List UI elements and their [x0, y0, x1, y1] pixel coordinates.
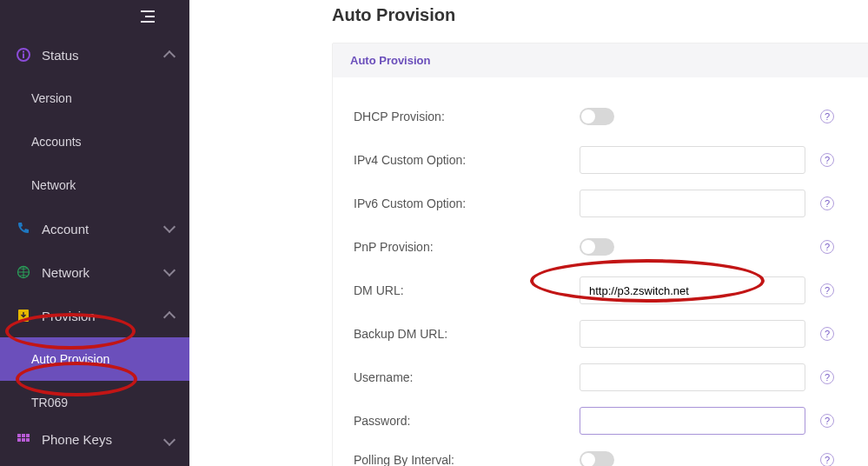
- row-backup-dm-url: Backup DM URL: ?: [354, 312, 858, 356]
- sidebar-item-label: Accounts: [31, 135, 82, 149]
- auto-provision-panel: Auto Provision DHCP Provision: ? IPv4 Cu…: [332, 43, 868, 466]
- page-title: Auto Provision: [332, 5, 859, 25]
- password-input[interactable]: [580, 407, 805, 435]
- polling-by-interval-toggle[interactable]: [580, 451, 614, 466]
- field-label: PnP Provision:: [354, 240, 580, 254]
- sidebar-nav: Status Version Accounts Network Account …: [0, 33, 189, 466]
- sidebar-item-label: Account: [42, 222, 89, 236]
- sidebar-item-status[interactable]: Status: [0, 33, 189, 77]
- row-pnp-provision: PnP Provision: ?: [354, 225, 858, 269]
- sidebar-item-network-sub[interactable]: Network: [0, 163, 189, 207]
- help-icon[interactable]: ?: [820, 370, 834, 384]
- pnp-provision-toggle[interactable]: [580, 238, 614, 256]
- globe-icon: [16, 264, 31, 280]
- svg-rect-9: [22, 438, 25, 442]
- field-label: DHCP Provision:: [354, 110, 580, 123]
- row-password: Password: ?: [354, 399, 858, 443]
- svg-rect-7: [26, 434, 30, 437]
- sidebar-item-account[interactable]: Account: [0, 207, 189, 250]
- panel-header: Auto Provision: [333, 43, 868, 77]
- help-icon[interactable]: ?: [820, 414, 834, 428]
- dm-url-input[interactable]: [580, 276, 805, 304]
- username-input[interactable]: [580, 363, 805, 391]
- chevron-down-icon: [163, 221, 176, 233]
- svg-rect-5: [17, 434, 21, 437]
- field-label: Polling By Interval:: [354, 453, 580, 466]
- main-content: Auto Provision Auto Provision DHCP Provi…: [189, 0, 868, 466]
- ipv4-custom-option-input[interactable]: [580, 146, 805, 174]
- menu-toggle-icon[interactable]: [141, 10, 155, 23]
- svg-rect-8: [17, 438, 21, 442]
- help-icon[interactable]: ?: [820, 196, 834, 210]
- field-label: IPv4 Custom Option:: [354, 153, 580, 167]
- info-icon: [16, 47, 31, 63]
- dhcp-provision-toggle[interactable]: [580, 108, 614, 125]
- sidebar-item-label: Network: [31, 178, 76, 192]
- sidebar: Status Version Accounts Network Account …: [0, 0, 189, 466]
- row-dm-url: DM URL: ?: [354, 269, 858, 312]
- sidebar-item-label: Phone Keys: [42, 432, 112, 447]
- sidebar-item-network[interactable]: Network: [0, 250, 189, 294]
- row-ipv6-custom-option: IPv6 Custom Option: ?: [354, 182, 858, 225]
- chevron-up-icon: [163, 311, 176, 323]
- field-label: Backup DM URL:: [354, 327, 580, 341]
- sidebar-item-label: Provision: [42, 309, 96, 323]
- help-icon[interactable]: ?: [820, 153, 834, 167]
- sidebar-top: [0, 0, 189, 33]
- sidebar-item-label: Network: [42, 265, 89, 280]
- row-username: Username: ?: [354, 356, 858, 399]
- sidebar-item-version[interactable]: Version: [0, 77, 189, 120]
- ipv6-custom-option-input[interactable]: [580, 190, 805, 217]
- field-label: DM URL:: [354, 283, 580, 297]
- backup-dm-url-input[interactable]: [580, 320, 805, 348]
- svg-rect-6: [22, 434, 25, 437]
- panel-body: DHCP Provision: ? IPv4 Custom Option: ? …: [333, 77, 868, 466]
- download-icon: [16, 308, 31, 323]
- keypad-icon: [16, 432, 31, 448]
- help-icon[interactable]: ?: [820, 453, 834, 466]
- row-polling-by-interval: Polling By Interval: ?: [354, 443, 858, 466]
- sidebar-item-phone-keys[interactable]: Phone Keys: [0, 424, 189, 450]
- chevron-down-icon: [163, 264, 176, 276]
- sidebar-item-accounts[interactable]: Accounts: [0, 120, 189, 163]
- sidebar-item-label: Status: [42, 48, 79, 63]
- chevron-up-icon: [163, 50, 176, 63]
- help-icon[interactable]: ?: [820, 283, 834, 297]
- row-ipv4-custom-option: IPv4 Custom Option: ?: [354, 138, 858, 182]
- sidebar-item-label: Version: [31, 91, 72, 105]
- sidebar-item-tr069[interactable]: TR069: [0, 381, 189, 424]
- field-label: Password:: [354, 414, 580, 428]
- svg-rect-10: [26, 438, 30, 442]
- help-icon[interactable]: ?: [820, 110, 834, 123]
- sidebar-item-label: TR069: [31, 396, 68, 409]
- phone-icon: [16, 221, 31, 236]
- row-dhcp-provision: DHCP Provision: ?: [354, 95, 858, 138]
- sidebar-item-auto-provision[interactable]: Auto Provision: [0, 337, 189, 381]
- sidebar-item-provision[interactable]: Provision: [0, 294, 189, 337]
- chevron-down-icon: [163, 434, 176, 446]
- help-icon[interactable]: ?: [820, 327, 834, 341]
- help-icon[interactable]: ?: [820, 240, 834, 254]
- sidebar-item-label: Auto Provision: [31, 352, 109, 366]
- svg-rect-1: [23, 54, 24, 59]
- svg-rect-2: [23, 51, 24, 53]
- field-label: Username:: [354, 370, 580, 384]
- field-label: IPv6 Custom Option:: [354, 196, 580, 210]
